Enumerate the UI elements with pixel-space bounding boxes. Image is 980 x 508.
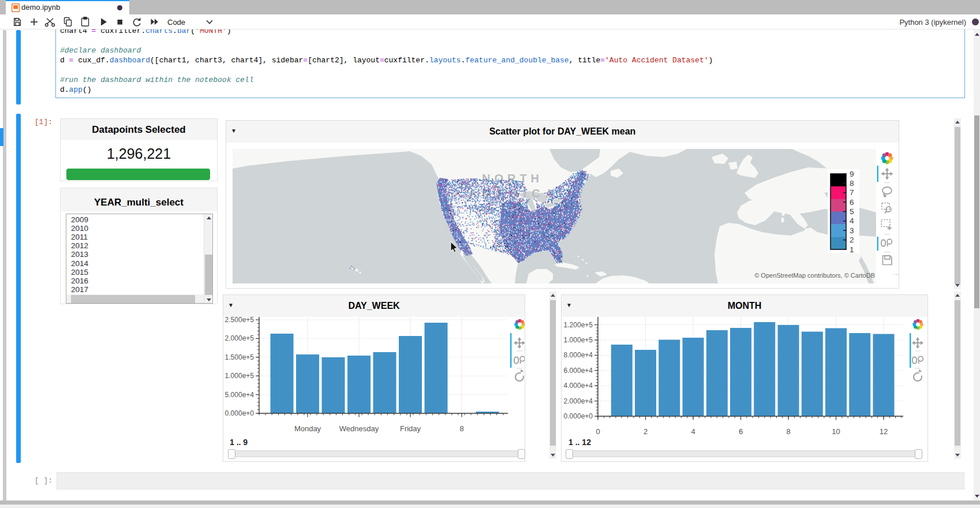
svg-text:⋯: ⋯ xyxy=(893,271,900,278)
svg-text:3: 3 xyxy=(850,226,854,235)
svg-text:5: 5 xyxy=(850,207,854,216)
svg-text:1: 1 xyxy=(850,245,854,254)
svg-text:2: 2 xyxy=(850,236,854,244)
svg-text:8: 8 xyxy=(850,179,854,188)
svg-text:4: 4 xyxy=(850,216,854,225)
svg-text:7: 7 xyxy=(850,188,854,197)
svg-text:© OpenStreetMap contributors,: © OpenStreetMap contributors, © CartoDB xyxy=(754,272,875,279)
svg-text:9: 9 xyxy=(850,170,854,178)
svg-text:6: 6 xyxy=(850,198,854,207)
